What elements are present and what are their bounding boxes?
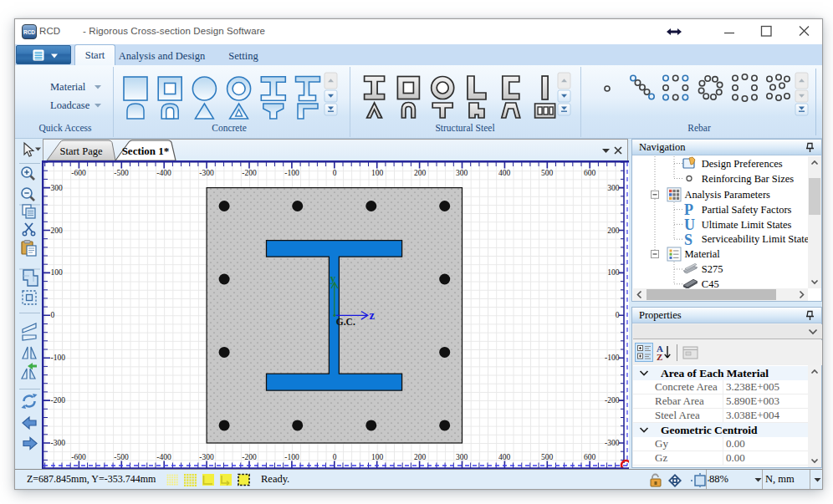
svg-text:100: 100 <box>607 268 620 277</box>
svg-text:-300: -300 <box>199 453 214 461</box>
svg-text:C45: C45 <box>702 278 719 288</box>
svg-text:-400: -400 <box>156 453 171 461</box>
svg-text:100: 100 <box>371 169 384 177</box>
svg-text:S275: S275 <box>702 263 723 275</box>
svg-text:Ultimate Limit States: Ultimate Limit States <box>702 219 792 231</box>
svg-text:200: 200 <box>607 227 620 235</box>
svg-text:500: 500 <box>541 169 554 177</box>
svg-text:300: 300 <box>607 184 620 192</box>
svg-text:-200: -200 <box>242 169 257 177</box>
svg-text:-600: -600 <box>71 169 86 177</box>
svg-text:-300: -300 <box>51 439 66 447</box>
svg-text:-200: -200 <box>51 396 66 405</box>
svg-text:600: 600 <box>584 453 596 461</box>
svg-text:Z: Z <box>657 352 662 362</box>
svg-text:600: 600 <box>584 169 596 177</box>
svg-text:300: 300 <box>51 184 64 192</box>
svg-text:RCD: RCD <box>23 29 35 35</box>
svg-text:Partial Safety Factors: Partial Safety Factors <box>702 204 792 216</box>
svg-text:z: z <box>370 308 376 322</box>
svg-text:-500: -500 <box>114 453 129 461</box>
svg-text:Analysis Parameters: Analysis Parameters <box>685 189 771 201</box>
svg-text:0: 0 <box>333 453 337 461</box>
svg-text:500: 500 <box>541 453 554 461</box>
svg-text:-200: -200 <box>605 396 620 405</box>
svg-text:-300: -300 <box>199 169 214 177</box>
svg-text:Start Page: Start Page <box>59 145 102 157</box>
svg-text:300: 300 <box>456 169 468 177</box>
svg-text:Material: Material <box>685 248 721 260</box>
svg-text:400: 400 <box>498 453 511 461</box>
svg-text:Section 1*: Section 1* <box>122 145 170 157</box>
svg-text:200: 200 <box>414 453 427 461</box>
svg-text:y: y <box>330 272 336 284</box>
svg-text:-500: -500 <box>114 169 129 177</box>
svg-text:-300: -300 <box>605 439 620 447</box>
svg-text:Serviceability Limit States: Serviceability Limit States <box>702 233 808 245</box>
svg-text:300: 300 <box>456 453 468 461</box>
svg-text:200: 200 <box>51 227 64 235</box>
svg-text:200: 200 <box>414 169 427 177</box>
svg-text:400: 400 <box>498 169 511 177</box>
svg-text:0: 0 <box>333 169 337 177</box>
svg-text:S: S <box>684 232 692 248</box>
svg-text:-600: -600 <box>71 453 86 461</box>
svg-text:-100: -100 <box>51 354 66 362</box>
svg-text:0: 0 <box>616 311 620 319</box>
svg-text:0: 0 <box>51 311 55 319</box>
svg-text:G.C.: G.C. <box>336 317 355 327</box>
svg-text:100: 100 <box>51 268 64 277</box>
svg-text:Design Preferences: Design Preferences <box>702 158 783 170</box>
svg-text:Reinforcing Bar Sizes: Reinforcing Bar Sizes <box>702 173 795 185</box>
svg-text:-400: -400 <box>156 169 171 177</box>
svg-text:-200: -200 <box>242 453 257 461</box>
svg-text:-100: -100 <box>284 169 299 177</box>
svg-text:100: 100 <box>371 453 384 461</box>
svg-text:-100: -100 <box>284 453 299 461</box>
svg-text:-100: -100 <box>605 354 620 362</box>
